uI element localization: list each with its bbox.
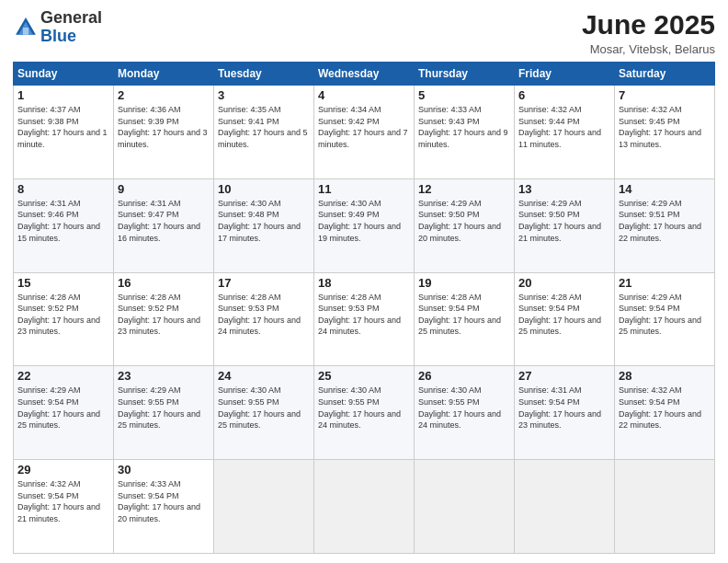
col-wednesday: Wednesday [314,63,415,86]
day-number: 26 [418,369,510,383]
col-sunday: Sunday [14,63,114,86]
cell-info: Sunrise: 4:29 AMSunset: 9:54 PMDaylight:… [619,292,711,338]
day-number: 12 [418,182,510,196]
day-number: 1 [17,88,109,102]
day-number: 17 [218,276,310,290]
calendar-row: 1 Sunrise: 4:37 AMSunset: 9:38 PMDayligh… [14,86,715,179]
table-cell: 3 Sunrise: 4:35 AMSunset: 9:41 PMDayligh… [214,86,314,179]
table-cell: 20 Sunrise: 4:28 AMSunset: 9:54 PMDaylig… [515,272,615,366]
table-cell: 18 Sunrise: 4:28 AMSunset: 9:53 PMDaylig… [314,272,415,366]
day-number: 7 [619,88,711,102]
day-number: 13 [518,182,610,196]
table-cell: 17 Sunrise: 4:28 AMSunset: 9:53 PMDaylig… [214,272,314,366]
calendar-header-row: Sunday Monday Tuesday Wednesday Thursday… [14,63,715,86]
table-cell: 28 Sunrise: 4:32 AMSunset: 9:54 PMDaylig… [615,366,715,460]
col-saturday: Saturday [615,63,715,86]
day-number: 8 [17,182,109,196]
cell-info: Sunrise: 4:37 AMSunset: 9:38 PMDaylight:… [17,104,109,150]
day-number: 18 [318,276,410,290]
cell-info: Sunrise: 4:30 AMSunset: 9:55 PMDaylight:… [418,385,510,431]
day-number: 20 [518,276,610,290]
calendar-row: 22 Sunrise: 4:29 AMSunset: 9:54 PMDaylig… [14,366,715,460]
table-cell: 12 Sunrise: 4:29 AMSunset: 9:50 PMDaylig… [415,178,515,272]
table-cell: 10 Sunrise: 4:30 AMSunset: 9:48 PMDaylig… [214,178,314,272]
cell-info: Sunrise: 4:29 AMSunset: 9:50 PMDaylight:… [518,198,610,244]
col-tuesday: Tuesday [214,63,314,86]
table-cell [515,460,615,554]
day-number: 14 [619,182,711,196]
day-number: 9 [118,182,210,196]
table-cell: 4 Sunrise: 4:34 AMSunset: 9:42 PMDayligh… [314,86,415,179]
table-cell: 9 Sunrise: 4:31 AMSunset: 9:47 PMDayligh… [114,178,214,272]
day-number: 2 [118,88,210,102]
cell-info: Sunrise: 4:29 AMSunset: 9:54 PMDaylight:… [17,385,109,431]
table-cell: 23 Sunrise: 4:29 AMSunset: 9:55 PMDaylig… [114,366,214,460]
day-number: 4 [318,88,410,102]
table-cell: 11 Sunrise: 4:30 AMSunset: 9:49 PMDaylig… [314,178,415,272]
table-cell: 30 Sunrise: 4:33 AMSunset: 9:54 PMDaylig… [114,460,214,554]
day-number: 28 [619,369,711,383]
cell-info: Sunrise: 4:29 AMSunset: 9:51 PMDaylight:… [619,198,711,244]
table-cell: 16 Sunrise: 4:28 AMSunset: 9:52 PMDaylig… [114,272,214,366]
location: Mosar, Vitebsk, Belarus [582,42,715,56]
logo-blue: Blue [40,27,76,45]
cell-info: Sunrise: 4:30 AMSunset: 9:55 PMDaylight:… [318,385,410,431]
day-number: 25 [318,369,410,383]
table-cell: 5 Sunrise: 4:33 AMSunset: 9:43 PMDayligh… [415,86,515,179]
day-number: 10 [218,182,310,196]
cell-info: Sunrise: 4:28 AMSunset: 9:54 PMDaylight:… [518,292,610,338]
table-cell [314,460,415,554]
generalblue-logo-icon [13,15,39,40]
table-cell [415,460,515,554]
table-cell: 24 Sunrise: 4:30 AMSunset: 9:55 PMDaylig… [214,366,314,460]
cell-info: Sunrise: 4:28 AMSunset: 9:54 PMDaylight:… [418,292,510,338]
table-cell: 13 Sunrise: 4:29 AMSunset: 9:50 PMDaylig… [515,178,615,272]
cell-info: Sunrise: 4:36 AMSunset: 9:39 PMDaylight:… [118,104,210,150]
day-number: 6 [518,88,610,102]
cell-info: Sunrise: 4:33 AMSunset: 9:43 PMDaylight:… [418,104,510,150]
cell-info: Sunrise: 4:31 AMSunset: 9:46 PMDaylight:… [17,198,109,244]
table-cell: 2 Sunrise: 4:36 AMSunset: 9:39 PMDayligh… [114,86,214,179]
cell-info: Sunrise: 4:32 AMSunset: 9:44 PMDaylight:… [518,104,610,150]
day-number: 19 [418,276,510,290]
cell-info: Sunrise: 4:30 AMSunset: 9:49 PMDaylight:… [318,198,410,244]
cell-info: Sunrise: 4:32 AMSunset: 9:54 PMDaylight:… [17,478,109,524]
calendar-row: 8 Sunrise: 4:31 AMSunset: 9:46 PMDayligh… [14,178,715,272]
col-friday: Friday [515,63,615,86]
calendar-row: 29 Sunrise: 4:32 AMSunset: 9:54 PMDaylig… [14,460,715,554]
cell-info: Sunrise: 4:31 AMSunset: 9:54 PMDaylight:… [518,385,610,431]
table-cell: 29 Sunrise: 4:32 AMSunset: 9:54 PMDaylig… [14,460,114,554]
cell-info: Sunrise: 4:29 AMSunset: 9:55 PMDaylight:… [118,385,210,431]
table-cell: 25 Sunrise: 4:30 AMSunset: 9:55 PMDaylig… [314,366,415,460]
table-cell: 21 Sunrise: 4:29 AMSunset: 9:54 PMDaylig… [615,272,715,366]
col-monday: Monday [114,63,214,86]
cell-info: Sunrise: 4:32 AMSunset: 9:45 PMDaylight:… [619,104,711,150]
table-cell: 14 Sunrise: 4:29 AMSunset: 9:51 PMDaylig… [615,178,715,272]
table-cell: 26 Sunrise: 4:30 AMSunset: 9:55 PMDaylig… [415,366,515,460]
cell-info: Sunrise: 4:29 AMSunset: 9:50 PMDaylight:… [418,198,510,244]
table-cell: 22 Sunrise: 4:29 AMSunset: 9:54 PMDaylig… [14,366,114,460]
page: General Blue June 2025 Mosar, Vitebsk, B… [0,0,728,563]
col-thursday: Thursday [415,63,515,86]
day-number: 23 [118,369,210,383]
cell-info: Sunrise: 4:28 AMSunset: 9:53 PMDaylight:… [218,292,310,338]
cell-info: Sunrise: 4:28 AMSunset: 9:53 PMDaylight:… [318,292,410,338]
cell-info: Sunrise: 4:31 AMSunset: 9:47 PMDaylight:… [118,198,210,244]
calendar: Sunday Monday Tuesday Wednesday Thursday… [13,62,715,554]
cell-info: Sunrise: 4:28 AMSunset: 9:52 PMDaylight:… [118,292,210,338]
cell-info: Sunrise: 4:33 AMSunset: 9:54 PMDaylight:… [118,478,210,524]
table-cell: 15 Sunrise: 4:28 AMSunset: 9:52 PMDaylig… [14,272,114,366]
day-number: 15 [17,276,109,290]
logo-general: General [40,8,102,27]
logo: General Blue [13,9,102,46]
day-number: 5 [418,88,510,102]
table-cell: 8 Sunrise: 4:31 AMSunset: 9:46 PMDayligh… [14,178,114,272]
day-number: 21 [619,276,711,290]
day-number: 24 [218,369,310,383]
cell-info: Sunrise: 4:32 AMSunset: 9:54 PMDaylight:… [619,385,711,431]
title-block: June 2025 Mosar, Vitebsk, Belarus [582,9,715,56]
logo-text: General Blue [40,9,102,46]
day-number: 16 [118,276,210,290]
header: General Blue June 2025 Mosar, Vitebsk, B… [13,9,715,56]
day-number: 11 [318,182,410,196]
